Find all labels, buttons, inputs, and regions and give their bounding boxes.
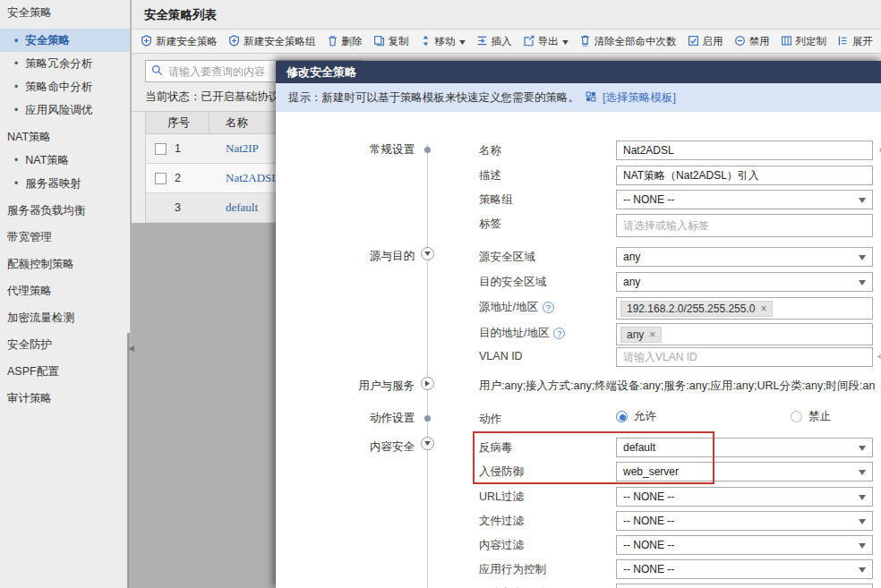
sidebar: 安全策略 •安全策略 •策略冗余分析 •策略命中分析 •应用风险调优 NAT策略… xyxy=(0,0,131,588)
bullet-icon: • xyxy=(14,81,18,93)
description-input[interactable] xyxy=(616,166,873,185)
sidebar-scrollbar[interactable] xyxy=(127,333,130,588)
content-filter-row: 内容过滤 -- NONE -- xyxy=(276,535,881,559)
dialog-hint-bar: 提示：新建时可以基于策略模板来快速定义您需要的策略。 [选择策略模板] xyxy=(276,83,881,112)
row-checkbox[interactable] xyxy=(155,143,167,155)
sidebar-item-proxy-policy[interactable]: 代理策略 xyxy=(0,279,130,303)
circle-minus-icon xyxy=(734,35,746,48)
new-policy-group-button[interactable]: 新建安全策略组 xyxy=(223,30,321,53)
sidebar-item-nat-policy[interactable]: •NAT策略 xyxy=(0,149,130,172)
src-zone-row: 源安全区域 any xyxy=(276,247,881,271)
edit-policy-dialog: 修改安全策略 提示：新建时可以基于策略模板来快速定义您需要的策略。 [选择策略模… xyxy=(276,61,881,588)
column-header-seq: 序号 xyxy=(146,112,210,133)
action-row: 动作 允许 禁止 xyxy=(276,409,881,433)
sidebar-item-encrypted-traffic[interactable]: 加密流量检测 xyxy=(0,306,130,329)
address-tag: 192.168.2.0/255.255.255.0 × xyxy=(620,301,773,317)
sidebar-item-quota-control[interactable]: 配额控制策略 xyxy=(0,252,130,276)
action-allow-radio[interactable] xyxy=(616,411,628,422)
name-input[interactable] xyxy=(616,141,873,160)
sidebar-item-server-mapping[interactable]: •服务器映射 xyxy=(0,172,130,195)
chevron-down-icon xyxy=(859,193,866,206)
name-field-row: 名称 * xyxy=(276,141,881,165)
expand-icon xyxy=(837,35,849,48)
user-service-summary-row: 用户:any;接入方式:any;终端设备:any;服务:any;应用:any;U… xyxy=(276,378,881,402)
column-customize-button[interactable]: 列定制 xyxy=(775,30,833,53)
remove-tag-icon[interactable]: × xyxy=(649,328,655,341)
sidebar-item-policy-hit[interactable]: •策略命中分析 xyxy=(0,75,130,98)
sidebar-item-security-protection[interactable]: 安全防护 xyxy=(0,333,130,356)
antivirus-row: 反病毒 default xyxy=(276,438,881,462)
delete-button[interactable]: 删除 xyxy=(321,30,368,53)
url-filter-row: URL过滤 -- NONE -- xyxy=(276,487,881,511)
row-checkbox[interactable] xyxy=(155,173,167,184)
policy-group-select[interactable]: -- NONE -- xyxy=(616,190,873,209)
dialog-body: 常规设置 源与目的 用户与服务 动作设置 内容安全 名称 * 描述 xyxy=(276,112,881,588)
cloud-security-select[interactable] xyxy=(616,584,873,588)
copy-button[interactable]: 复制 xyxy=(368,30,415,53)
copy-icon xyxy=(373,35,385,48)
sidebar-item-policy-redundancy[interactable]: •策略冗余分析 xyxy=(0,52,130,75)
help-icon[interactable]: ? xyxy=(553,328,565,339)
content-filter-select[interactable]: -- NONE -- xyxy=(616,535,873,555)
bullet-icon: • xyxy=(14,57,18,70)
check-square-icon xyxy=(688,35,699,48)
ips-select[interactable]: web_server xyxy=(616,462,873,481)
bullet-icon: • xyxy=(14,154,18,166)
move-button[interactable]: 移动 xyxy=(415,30,471,53)
dst-zone-select[interactable]: any xyxy=(616,272,873,292)
antivirus-select[interactable]: default xyxy=(616,438,873,457)
policy-name-link[interactable]: default xyxy=(226,200,258,215)
sidebar-group-nat-policy[interactable]: NAT策略 xyxy=(0,125,130,149)
vlan-id-input[interactable] xyxy=(616,347,873,367)
chevron-down-icon xyxy=(859,515,866,527)
sidebar-item-bandwidth-mgmt[interactable]: 带宽管理 xyxy=(0,226,130,249)
move-arrows-icon xyxy=(420,35,432,48)
disable-button[interactable]: 禁用 xyxy=(729,30,775,53)
insert-icon xyxy=(476,35,488,48)
insert-button[interactable]: 插入 xyxy=(471,30,517,53)
choose-template-link[interactable]: [选择策略模板] xyxy=(603,90,676,106)
url-filter-select[interactable]: -- NONE -- xyxy=(616,487,873,507)
file-filter-row: 文件过滤 -- NONE -- xyxy=(276,511,881,535)
src-address-tagbox[interactable]: 192.168.2.0/255.255.255.0 × xyxy=(616,297,873,320)
tag-field-row: 标签 xyxy=(276,214,881,238)
help-icon[interactable]: ? xyxy=(543,302,554,313)
export-icon xyxy=(523,35,535,48)
chevron-down-icon xyxy=(859,251,866,263)
sidebar-item-server-load-balance[interactable]: 服务器负载均衡 xyxy=(0,199,130,222)
chevron-down-icon xyxy=(859,441,866,454)
remove-tag-icon[interactable]: × xyxy=(760,303,766,315)
new-policy-button[interactable]: 新建安全策略 xyxy=(135,30,223,53)
chevron-down-icon xyxy=(859,465,866,478)
chevron-down-icon xyxy=(859,490,866,503)
action-deny-radio[interactable] xyxy=(791,411,802,422)
clear-hit-count-button[interactable]: 00 清除全部命中次数 xyxy=(574,30,682,53)
bullet-icon: • xyxy=(14,34,18,47)
tag-input[interactable] xyxy=(616,214,873,237)
sidebar-item-aspf-config[interactable]: ASPF配置 xyxy=(0,360,130,383)
sidebar-collapse-icon[interactable]: ◀ xyxy=(128,344,134,353)
src-zone-select[interactable]: any xyxy=(616,247,873,267)
bullet-icon: • xyxy=(14,104,18,116)
policy-group-row: 策略组 -- NONE -- xyxy=(276,190,881,214)
bullet-icon: • xyxy=(14,177,18,190)
sidebar-item-app-risk-tuning[interactable]: •应用风险调优 xyxy=(0,98,130,122)
columns-icon xyxy=(781,35,792,48)
expand-button[interactable]: 展开 xyxy=(832,30,878,53)
enable-button[interactable]: 启用 xyxy=(682,30,729,53)
app-behavior-row: 应用行为控制 -- NONE -- xyxy=(276,559,881,584)
dst-address-tagbox[interactable]: any × xyxy=(616,323,873,345)
policy-name-link[interactable]: Nat2IP xyxy=(226,141,259,156)
overflow-left-marker: < xyxy=(877,351,881,362)
chevron-down-icon xyxy=(562,36,569,47)
file-filter-select[interactable]: -- NONE -- xyxy=(616,511,873,531)
description-field-row: 描述 xyxy=(276,166,881,190)
chevron-down-icon xyxy=(459,36,466,47)
policy-name-link[interactable]: Nat2ADSL xyxy=(226,171,278,185)
sidebar-item-security-policy[interactable]: •安全策略 xyxy=(0,29,130,52)
export-button[interactable]: 导出 xyxy=(517,30,574,53)
sidebar-item-audit-policy[interactable]: 审计策略 xyxy=(0,387,130,410)
app-behavior-select[interactable]: -- NONE -- xyxy=(616,559,873,579)
dialog-title: 修改安全策略 xyxy=(276,61,881,83)
shield-plus-icon xyxy=(141,35,152,48)
